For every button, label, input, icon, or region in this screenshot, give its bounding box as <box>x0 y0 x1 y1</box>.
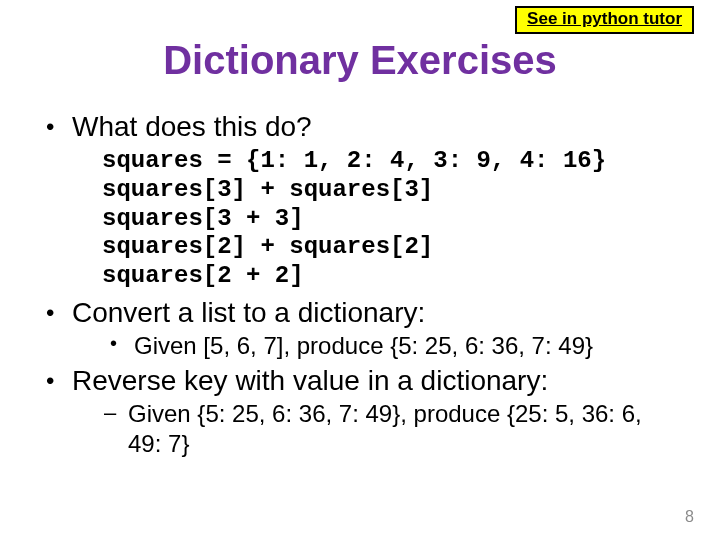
bullet-convert-list: Convert a list to a dictionary: Given [5… <box>46 297 680 361</box>
sub-bullet-list: Given {5: 25, 6: 36, 7: 49}, produce {25… <box>104 399 680 459</box>
bullet-text: Reverse key with value in a dictionary: <box>72 365 548 396</box>
bullet-reverse-key: Reverse key with value in a dictionary: … <box>46 365 680 459</box>
sub-bullet: Given [5, 6, 7], produce {5: 25, 6: 36, … <box>110 331 680 361</box>
slide-body: What does this do? squares = {1: 1, 2: 4… <box>46 111 680 459</box>
bullet-text: Convert a list to a dictionary: <box>72 297 425 328</box>
page-number: 8 <box>685 508 694 526</box>
python-tutor-link[interactable]: See in python tutor <box>515 6 694 34</box>
bullet-list: What does this do? squares = {1: 1, 2: 4… <box>46 111 680 459</box>
code-block: squares = {1: 1, 2: 4, 3: 9, 4: 16} squa… <box>102 147 680 291</box>
bullet-what-does-this-do: What does this do? squares = {1: 1, 2: 4… <box>46 111 680 291</box>
sub-bullet-list: Given [5, 6, 7], produce {5: 25, 6: 36, … <box>110 331 680 361</box>
slide-title: Dictionary Exercises <box>0 38 720 83</box>
sub-bullet: Given {5: 25, 6: 36, 7: 49}, produce {25… <box>104 399 680 459</box>
sub-bullet-text: Given {5: 25, 6: 36, 7: 49}, produce {25… <box>128 400 642 457</box>
sub-bullet-text: Given [5, 6, 7], produce {5: 25, 6: 36, … <box>134 332 593 359</box>
bullet-text: What does this do? <box>72 111 312 142</box>
